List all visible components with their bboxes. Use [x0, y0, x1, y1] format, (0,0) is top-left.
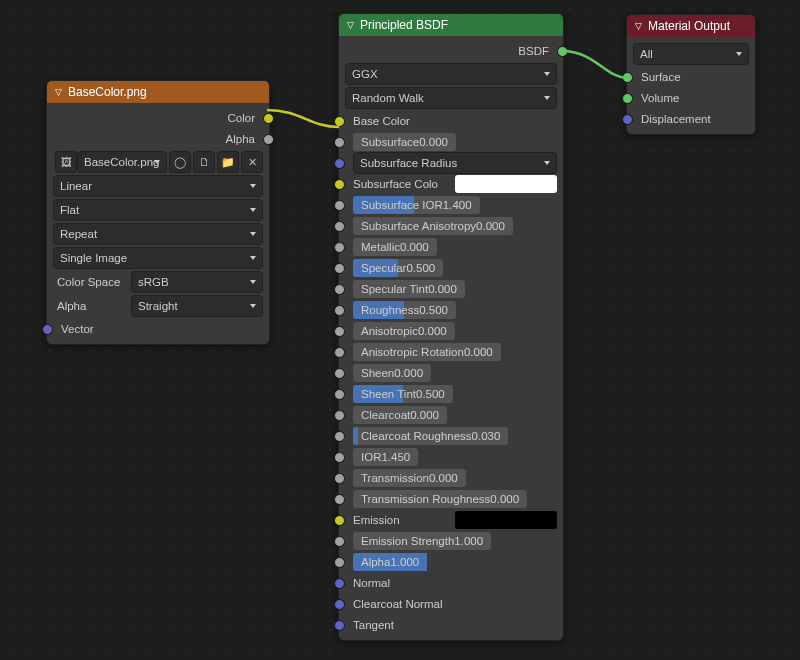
subsurface-slider[interactable]: Subsurface0.000	[353, 133, 456, 151]
socket-specular_tint-in[interactable]	[334, 284, 345, 295]
output-color: Color	[51, 108, 265, 128]
principled-bsdf-node[interactable]: ▽ Principled BSDF BSDF GGX Random Walk B…	[338, 13, 564, 641]
specular-slider[interactable]: Specular0.500	[353, 259, 443, 277]
emission-swatch[interactable]	[455, 511, 557, 529]
collapse-icon[interactable]: ▽	[55, 87, 62, 97]
subsurface-radius-dropdown[interactable]: Subsurface Radius	[353, 152, 557, 174]
socket-subsurface-radius-in[interactable]	[334, 158, 345, 169]
input-displacement: Displacement	[631, 109, 751, 129]
socket-sheen_tint-in[interactable]	[334, 389, 345, 400]
sheen_tint-slider[interactable]: Sheen Tint0.500	[353, 385, 453, 403]
socket-surface-in[interactable]	[622, 72, 633, 83]
sheen-slider[interactable]: Sheen0.000	[353, 364, 431, 382]
socket-base-color-in[interactable]	[334, 116, 345, 127]
emission_strength-slider[interactable]: Emission Strength1.000	[353, 532, 491, 550]
socket-roughness-in[interactable]	[334, 305, 345, 316]
socket-alpha-out[interactable]	[263, 134, 274, 145]
colorspace-dropdown[interactable]: sRGB	[131, 271, 263, 293]
input-surface: Surface	[631, 67, 751, 87]
socket-vector-in[interactable]	[42, 324, 53, 335]
image-datablock-icon[interactable]: 🖼	[55, 151, 77, 173]
socket-emission-in[interactable]	[334, 515, 345, 526]
socket-normal-in[interactable]	[334, 578, 345, 589]
collapse-icon[interactable]: ▽	[635, 21, 642, 31]
node-title: BaseColor.png	[68, 85, 147, 99]
collapse-icon[interactable]: ▽	[347, 20, 354, 30]
extension-dropdown[interactable]: Repeat	[53, 223, 263, 245]
socket-alpha-in[interactable]	[334, 557, 345, 568]
input-vector: Vector	[51, 319, 265, 339]
socket-tangent-in[interactable]	[334, 620, 345, 631]
specular_tint-slider[interactable]: Specular Tint0.000	[353, 280, 465, 298]
metallic-slider[interactable]: Metallic0.000	[353, 238, 437, 256]
distribution-dropdown[interactable]: GGX	[345, 63, 557, 85]
socket-ior-in[interactable]	[334, 452, 345, 463]
socket-subsurface_ior-in[interactable]	[334, 200, 345, 211]
output-alpha: Alpha	[51, 129, 265, 149]
anisotropic_rotation-slider[interactable]: Anisotropic Rotation0.000	[353, 343, 501, 361]
node-title: Material Output	[648, 19, 730, 33]
source-dropdown[interactable]: Single Image	[53, 247, 263, 269]
alpha-slider[interactable]: Alpha1.000	[353, 553, 427, 571]
transmission_roughness-slider[interactable]: Transmission Roughness0.000	[353, 490, 527, 508]
socket-displacement-in[interactable]	[622, 114, 633, 125]
socket-sheen-in[interactable]	[334, 368, 345, 379]
roughness-slider[interactable]: Roughness0.500	[353, 301, 456, 319]
material-output-node[interactable]: ▽ Material Output All Surface Volume Dis…	[626, 14, 756, 135]
target-dropdown[interactable]: All	[633, 43, 749, 65]
socket-volume-in[interactable]	[622, 93, 633, 104]
clearcoat-slider[interactable]: Clearcoat0.000	[353, 406, 447, 424]
input-volume: Volume	[631, 88, 751, 108]
unlink-image-icon[interactable]: ✕	[241, 151, 263, 173]
subsurface_anisotropy-slider[interactable]: Subsurface Anisotropy0.000	[353, 217, 513, 235]
output-bsdf: BSDF	[343, 41, 559, 61]
ior-slider[interactable]: IOR1.450	[353, 448, 418, 466]
node-header[interactable]: ▽ BaseColor.png	[47, 81, 269, 103]
interp-dropdown[interactable]: Linear	[53, 175, 263, 197]
socket-clearcoat-normal-in[interactable]	[334, 599, 345, 610]
fake-user-icon[interactable]: ◯	[169, 151, 191, 173]
socket-emission_strength-in[interactable]	[334, 536, 345, 547]
open-image-icon[interactable]: 📁	[217, 151, 239, 173]
anisotropic-slider[interactable]: Anisotropic0.000	[353, 322, 455, 340]
projection-dropdown[interactable]: Flat	[53, 199, 263, 221]
input-base-color: Base Color	[343, 111, 559, 131]
socket-subsurface-color-in[interactable]	[334, 179, 345, 190]
transmission-slider[interactable]: Transmission0.000	[353, 469, 466, 487]
socket-bsdf-out[interactable]	[557, 46, 568, 57]
socket-transmission-in[interactable]	[334, 473, 345, 484]
socket-clearcoat_roughness-in[interactable]	[334, 431, 345, 442]
socket-color-out[interactable]	[263, 113, 274, 124]
image-texture-node[interactable]: ▽ BaseColor.png Color Alpha 🖼 BaseColor.…	[46, 80, 270, 345]
socket-subsurface_anisotropy-in[interactable]	[334, 221, 345, 232]
socket-specular-in[interactable]	[334, 263, 345, 274]
subsurface-color-swatch[interactable]	[455, 175, 557, 193]
subsurface_ior-slider[interactable]: Subsurface IOR1.400	[353, 196, 480, 214]
socket-subsurface-in[interactable]	[334, 137, 345, 148]
socket-clearcoat-in[interactable]	[334, 410, 345, 421]
socket-transmission_roughness-in[interactable]	[334, 494, 345, 505]
socket-anisotropic-in[interactable]	[334, 326, 345, 337]
image-selector-row: 🖼 BaseColor.png ◯ 🗋 📁 ✕	[53, 151, 263, 173]
socket-metallic-in[interactable]	[334, 242, 345, 253]
socket-anisotropic_rotation-in[interactable]	[334, 347, 345, 358]
clearcoat_roughness-slider[interactable]: Clearcoat Roughness0.030	[353, 427, 508, 445]
alpha-mode-dropdown[interactable]: Straight	[131, 295, 263, 317]
node-header[interactable]: ▽ Principled BSDF	[339, 14, 563, 36]
subsurface-method-dropdown[interactable]: Random Walk	[345, 87, 557, 109]
new-image-icon[interactable]: 🗋	[193, 151, 215, 173]
colorspace-label: Color Space	[57, 276, 131, 288]
image-name-field[interactable]: BaseColor.png	[77, 151, 167, 173]
node-header[interactable]: ▽ Material Output	[627, 15, 755, 37]
node-title: Principled BSDF	[360, 18, 448, 32]
alpha-mode-label: Alpha	[57, 300, 131, 312]
